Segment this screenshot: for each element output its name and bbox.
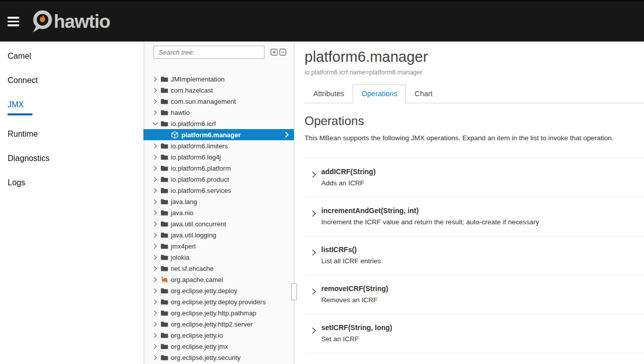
folder-icon [161,221,169,227]
chevron-right-icon [154,344,161,349]
tab[interactable]: Chart [406,85,441,103]
folder-icon [161,154,169,160]
chevron-right-icon [312,171,316,178]
hawtio-logo: hawtio [30,9,110,34]
folder-icon [161,232,169,238]
tree-item[interactable]: io.platform6.log4j [143,151,294,163]
folder-icon [161,210,169,216]
folder-icon [161,76,169,83]
tree-item[interactable]: io.platform6.services [143,185,294,196]
tree-item[interactable]: org.eclipse.jetty.deploy.providers [143,296,294,307]
chevron-right-icon [312,288,316,295]
tree-item[interactable]: platform6.manager [143,129,294,140]
tree-item[interactable]: java.util.concurrent [143,218,294,229]
folder-icon [161,343,169,350]
operation-description: Adds an ICRF [321,180,375,187]
tree-item[interactable]: com.hazelcast [143,85,294,96]
chevron-right-icon [154,210,161,216]
sidebar-item[interactable]: JMX [0,93,143,122]
app-window: hawtio Camel Connect JMX [0,0,644,364]
chevron-right-icon [154,166,161,171]
operation-row[interactable]: incrementAndGet(String, int) Increment t… [305,197,644,236]
sidebar-nav: Camel Connect JMX Runtime Di [0,42,143,364]
sidebar-item[interactable]: Connect [0,68,143,93]
operation-signature: setICRF(String, long) [321,324,392,332]
folder-icon [161,332,169,339]
mbean-object-name: io.platform6.icrf:name=platform6.manager [305,69,644,76]
sidebar-item[interactable]: Runtime [0,122,143,146]
chevron-right-icon [154,177,161,182]
section-title: Operations [305,114,644,129]
chevron-right-icon [154,110,161,115]
operation-signature: incrementAndGet(String, int) [321,207,539,215]
folder-icon [161,254,169,261]
tree-toolbar [143,42,294,59]
operation-row[interactable]: addICRF(String) Adds an ICRF [305,158,644,197]
operation-row[interactable]: listICRFs() List all ICRF entries [305,236,644,275]
expand-all-button[interactable] [271,49,278,56]
tree-item[interactable]: org.eclipse.jetty.http2.server [143,318,294,330]
folder-icon [161,299,169,305]
search-input[interactable] [154,46,264,59]
tree-item[interactable]: io.platform6.platform [143,163,294,174]
chevron-right-icon [154,232,161,238]
chevron-right-icon [154,277,161,282]
operation-signature: addICRF(String) [321,168,375,176]
chevron-right-icon [154,154,161,160]
brand-text: hawtio [54,12,110,31]
magnifier-flame-icon [30,9,54,34]
tree-item[interactable]: java.nio [143,207,294,218]
chevron-right-icon [154,288,161,294]
tree-item[interactable]: jolokia [143,252,294,263]
page-title: platform6.manager [305,49,644,65]
tree-item[interactable]: org.eclipse.jetty.deploy [143,285,294,296]
collapse-all-button[interactable] [279,49,286,56]
chevron-right-icon [154,221,161,227]
tab[interactable]: Operations [353,85,406,103]
folder-icon [161,176,169,183]
minus-square-icon [279,49,286,56]
tree-item[interactable]: java.lang [143,196,294,207]
sidebar-item[interactable]: Logs [0,171,143,195]
tree-item[interactable]: hawtio [143,107,294,118]
tree-item[interactable]: org.eclipse.jetty.http.pathmap [143,307,294,318]
tree-item[interactable]: io.platform6.icrf [143,118,294,129]
chevron-right-icon [154,143,161,149]
folder-icon [161,143,169,149]
chevron-right-icon [154,244,161,249]
tree-item[interactable]: org.apache.camel [143,274,294,285]
tree-item[interactable]: jmx4perl [143,240,294,252]
section-description: This MBean supports the following JMX op… [305,134,644,142]
tree-item[interactable]: io.platform6.product [143,174,294,185]
tree-item[interactable]: org.eclipse.jetty.io [143,330,294,341]
operation-description: Set an ICRF [321,336,392,343]
plus-square-icon [271,49,278,56]
chevron-right-icon [154,333,161,338]
chevron-right-icon [285,132,289,138]
tab[interactable]: Attributes [305,85,353,103]
sidebar-item[interactable]: Diagnostics [0,146,143,171]
tree-item[interactable]: java.util.logging [143,229,294,240]
folder-icon [161,243,169,250]
camel-icon [161,276,169,283]
tree-item[interactable]: net.sf.ehcache [143,263,294,274]
folder-icon [161,120,169,127]
sidebar-item[interactable]: Camel [0,44,143,68]
tree-item[interactable]: io.platform6.limiters [143,140,294,151]
tree-scrollbar-thumb[interactable] [291,284,297,300]
tree-item[interactable]: org.eclipse.jetty.security [143,352,294,363]
tree-item[interactable]: org.eclipse.jetty.jmx [143,341,294,352]
tree-item[interactable]: com.sun.management [143,96,294,107]
hamburger-menu-button[interactable] [8,15,19,28]
chevron-right-icon [154,321,161,327]
operation-row[interactable]: setICRF(String, long) Set an ICRF [305,314,644,353]
tree-item[interactable]: JMImplementation [143,73,294,85]
operation-row[interactable]: removeICRF(String) Removes an ICRF [305,275,644,314]
chevron-right-icon [154,266,161,271]
folder-icon [161,354,169,361]
chevron-right-icon [154,255,161,260]
operations-list: addICRF(String) Adds an ICRF incrementAn… [305,158,644,353]
chevron-right-icon [312,210,316,217]
chevron-right-icon [154,188,161,193]
folder-icon [161,98,169,105]
